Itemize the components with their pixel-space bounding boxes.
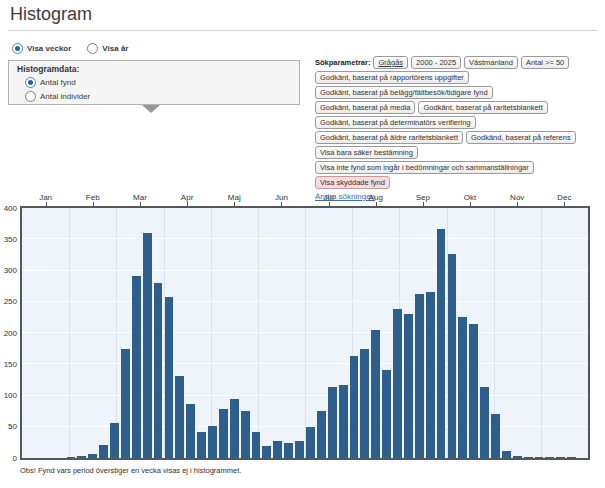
y-axis-label-400: 400 [0,204,17,213]
histogram-bar-week-50 [556,457,565,458]
filter-tag-godk-nt-baserat-p-determinat-rs-verifier[interactable]: Godkänt, baserat på determinatörs verifi… [315,116,476,129]
radio-antal-fynd[interactable]: Antal fynd [25,77,291,88]
month-tick [470,202,471,207]
histogram-bar-week-43 [480,387,489,458]
histogram-bar-week-28 [317,411,326,458]
month-label-feb: Feb [69,193,116,202]
month-label-jan: Jan [22,193,69,202]
histogram-bar-week-7 [88,454,97,458]
filter-tag-visa-skyddade-fynd[interactable]: Visa skyddade fynd [315,176,390,189]
page-title: Histogram [10,4,92,25]
histogram-bar-week-25 [284,443,293,458]
radio-visa-veckor[interactable]: Visa veckor [12,43,71,54]
filter-tag-godk-nt-baserat-p-ldre-raritetsblankett[interactable]: Godkänt, baserat på äldre raritetsblanke… [315,131,463,144]
histogramdata-panel-title: Histogramdata: [17,64,291,74]
histogram-bar-week-20 [230,399,239,458]
filter-tag-visa-inte-fynd-som-ing-r-i-bed-mningar-o[interactable]: Visa inte fynd som ingår i bedömningar o… [315,161,534,174]
y-axis-label-350: 350 [0,235,17,244]
histogram-bar-week-30 [339,385,348,458]
histogram-bar-week-17 [197,432,206,458]
filter-row: Godkänt, baserat på äldre raritetsblanke… [315,131,603,144]
histogram-bar-week-14 [165,297,174,458]
search-parameters-label: Sökparametrar: [315,58,370,67]
month-gridline [305,208,306,458]
filter-row: Visa bara säker bestämning [315,146,603,159]
search-tag-gr-g-s[interactable]: Grågås [373,56,408,69]
filter-tag-godk-nt-baserat-p-media[interactable]: Godkänt, baserat på media [315,101,415,114]
month-tick [564,202,565,207]
month-label-nov: Nov [494,193,541,202]
month-tick [517,202,518,207]
histogram-bar-week-47 [524,457,533,458]
month-tick [376,202,377,207]
value-gridline [22,301,588,302]
filter-row: Godkänt, baserat på mediaGodkänt, basera… [315,101,603,114]
month-label-dec: Dec [541,193,588,202]
month-gridline [211,208,212,458]
histogram-bar-week-12 [143,233,152,458]
histogram-bar-week-22 [252,432,261,458]
histogram-bar-week-44 [491,414,500,458]
histogram-bar-week-26 [295,441,304,458]
histogram-bar-week-9 [110,423,119,458]
search-tag-v-stmanland[interactable]: Västmanland [464,56,518,69]
histogramdata-panel: Histogramdata: Antal fyndAntal individer [8,60,300,105]
y-axis-label-0: 0 [0,454,17,463]
panel-pointer-arrow [142,105,160,113]
histogram-bar-week-39 [437,229,446,458]
filter-tag-godk-nt-baserat-p-bel-gg-f-ltbes-k-tidig[interactable]: Godkänt, baserat på belägg/fältbesök/tid… [315,86,493,99]
histogram-bar-week-29 [328,387,337,458]
month-tick [423,202,424,207]
histogram-bar-week-15 [175,376,184,458]
radio-icon-visa-veckor [12,43,23,54]
radio-icon-visa-r [87,43,98,54]
histogram-bar-week-6 [77,456,86,459]
radio-antal-individer[interactable]: Antal individer [25,91,291,102]
histogram-bar-week-27 [306,427,315,458]
histogram-bar-week-11 [132,276,141,458]
month-tick [234,202,235,207]
filter-tag-godk-nt-baserat-p-rapport-rens-uppgifter[interactable]: Godkänt, baserat på rapportörens uppgift… [315,71,469,84]
value-gridline [22,363,588,364]
histogram-bar-week-18 [208,426,217,459]
y-axis-label-50: 50 [0,422,17,431]
search-tag-antal-50[interactable]: Antal >= 50 [521,56,569,69]
histogram-bar-week-19 [219,409,228,458]
histogram-bar-week-31 [350,356,359,458]
search-tag-2000-2025[interactable]: 2000 - 2025 [411,56,461,69]
radio-icon-antal-individer [25,91,36,102]
radio-visa-r[interactable]: Visa år [87,43,128,54]
value-gridline [22,270,588,271]
radio-label-antal-fynd: Antal fynd [40,78,76,87]
month-label-sep: Sep [399,193,446,202]
histogram-bar-week-38 [426,292,435,458]
month-tick [93,202,94,207]
title-divider [8,30,597,31]
month-tick [187,202,188,207]
filter-tag-visa-bara-s-ker-best-mning[interactable]: Visa bara säker bestämning [315,146,418,159]
histogram-bar-week-35 [393,309,402,458]
filter-row: Visa inte fynd som ingår i bedömningar o… [315,161,603,174]
filter-row-protected: Visa skyddade fynd [315,176,603,189]
filter-row: Godkänt, baserat på determinatörs verifi… [315,116,603,129]
radio-icon-antal-fynd [25,77,36,88]
month-label-jun: Jun [258,193,305,202]
month-label-aug: Aug [352,193,399,202]
month-tick [329,202,330,207]
radio-label-visa-veckor: Visa veckor [27,44,71,53]
histogram-bar-week-21 [241,411,250,458]
histogram-bar-week-48 [535,457,544,458]
filter-tag-godk-nd-baserat-p-referens[interactable]: Godkänd, baserat på referens [466,131,576,144]
filter-tag-godk-nt-baserat-p-raritetsblankett[interactable]: Godkänt, baserat på raritetsblankett [418,101,547,114]
chart-footnote: Obs! Fynd vars period överstiger en veck… [20,466,241,475]
value-gridline [22,332,588,333]
histogramdata-options: Antal fyndAntal individer [25,77,291,102]
histogram-bar-week-46 [513,456,522,459]
month-gridline [116,208,117,458]
histogram-bar-week-5 [67,457,76,458]
search-parameters-row: Sökparametrar:Grågås2000 - 2025Västmanla… [315,56,603,69]
radio-label-visa-r: Visa år [102,44,128,53]
month-gridline [541,208,542,458]
histogram-bar-week-42 [469,324,478,458]
value-gridline [22,395,588,396]
